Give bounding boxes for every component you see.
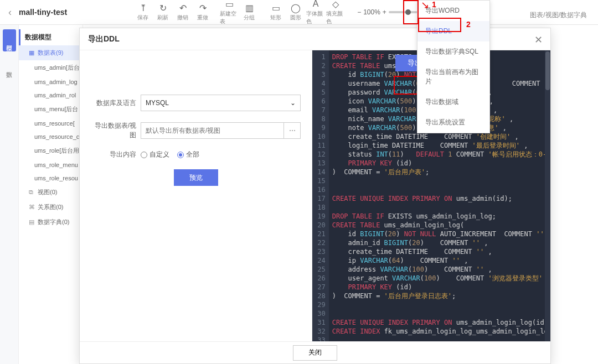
toolbar-圆形[interactable]: ◯圆形	[286, 3, 305, 22]
export-form: 数据库及语言 MYSQL ⌄ 导出数据表/视图 ⋯ 导出内容 自定义	[80, 50, 312, 341]
modal-close-icon[interactable]: ✕	[534, 34, 543, 46]
tree-label: 数据表(9)	[38, 49, 63, 57]
toolbar-icon: ◯	[291, 3, 301, 13]
toolbar-icon: ↻	[159, 3, 167, 13]
code-scrollbar[interactable]	[545, 50, 550, 341]
tree-label: ums_role_resou	[34, 175, 78, 181]
tree-label: ums_resource_c	[34, 133, 79, 140]
toolbar-label: 矩形	[270, 14, 281, 22]
tree-label: 视图(0)	[38, 188, 57, 196]
toolbar-重做[interactable]: ↷重做	[193, 3, 212, 22]
code-gutter: 1 2 3 4 5 6 7 8 9 10 11 12 13 14 15 16 1…	[312, 50, 329, 341]
annot-num-1: 1	[432, 0, 436, 9]
export-menu-导出数据字典SQL[interactable]: 导出数据字典SQL	[417, 41, 489, 62]
radio-all[interactable]: 全部	[177, 150, 199, 159]
tree-label: ums_admin_log	[34, 79, 78, 85]
toolbar-撤销[interactable]: ↶撤销	[173, 3, 192, 22]
rail-模型[interactable]: 模型	[3, 29, 16, 51]
tables-input[interactable]	[141, 122, 284, 139]
db-select-value: MYSQL	[146, 99, 169, 107]
export-menu-导出当前画布为图片[interactable]: 导出当前画布为图片	[417, 62, 489, 92]
tree-label: ums_resource[	[34, 120, 75, 127]
db-select[interactable]: MYSQL ⌄	[141, 95, 301, 111]
toolbar-label: 填充颜色	[326, 10, 345, 25]
toolbar-保存[interactable]: ⤒保存	[133, 3, 152, 22]
sidebar-ums_resource[[interactable]: ums_resource[	[19, 117, 83, 130]
toolbar-label: 圆形	[290, 14, 301, 22]
file-name: mall-tiny-test	[19, 8, 67, 17]
sidebar-ums_menu[后台[interactable]: ums_menu[后台	[19, 102, 83, 117]
toolbar-label: 新建空表	[220, 10, 239, 25]
sidebar-ums_role[后台用[interactable]: ums_role[后台用	[19, 143, 83, 158]
tree-icon: ▤	[29, 219, 35, 226]
tree-label: ums_role_menu	[34, 162, 78, 168]
toolbar-新建空表[interactable]: ▭新建空表	[220, 0, 239, 25]
toolbar-刷新[interactable]: ↻刷新	[153, 3, 172, 22]
tree-label: ums_role[后台用	[34, 147, 79, 155]
toolbar-icon: ▭	[272, 3, 280, 13]
left-rail: 模型数据	[0, 25, 19, 364]
toolbar-字体颜色[interactable]: A字体颜色	[306, 0, 325, 25]
chevron-down-icon: ⌄	[290, 99, 296, 107]
toolbar-矩形[interactable]: ▭矩形	[266, 3, 285, 22]
top-toolbar: ‹ mall-tiny-test ⤒保存↻刷新↶撤销↷重做▭新建空表▥分组▭矩形…	[0, 0, 598, 25]
toolbar-icon: ⤒	[140, 3, 147, 13]
tree-label: ums_admin[后台	[34, 64, 80, 72]
sidebar-ums_role_resou[interactable]: ums_role_resou	[19, 171, 83, 185]
export-menu-导出数据域[interactable]: 导出数据域	[417, 92, 489, 112]
rail-数据[interactable]: 数据	[3, 56, 16, 78]
toolbar-icon: A	[313, 0, 319, 9]
zoom-minus[interactable]: −	[357, 8, 361, 16]
toolbar-label: 刷新	[157, 14, 168, 22]
annot-arrow-1: ↘	[421, 0, 429, 11]
db-label: 数据库及语言	[91, 98, 141, 108]
tree-icon: ⧉	[29, 189, 35, 196]
toolbar-label: 撤销	[177, 14, 188, 22]
zoom-plus[interactable]: +	[383, 8, 386, 16]
sidebar-ums_admin[后台[interactable]: ums_admin[后台	[19, 60, 83, 75]
toolbar-icon: ▭	[225, 0, 234, 9]
toolbar-label: 分组	[244, 14, 255, 22]
tables-label: 导出数据表/视图	[91, 121, 141, 140]
export-dropdown-menu: 导出WORD导出DDL导出数据字典SQL导出当前画布为图片导出数据域导出系统设置	[417, 0, 490, 133]
back-chevron-icon[interactable]: ‹	[6, 7, 14, 18]
sidebar-header: 数据模型	[19, 29, 83, 45]
radio-custom[interactable]: 自定义	[141, 150, 169, 159]
sidebar-ums_admin_log[interactable]: ums_admin_log	[19, 75, 83, 89]
tree-label: 关系图(0)	[38, 203, 63, 211]
sidebar-ums_role_menu[interactable]: ums_role_menu	[19, 158, 83, 171]
toolbar-填充颜色[interactable]: ◇填充颜色	[326, 0, 345, 25]
sidebar-数据表(9)[interactable]: ▦数据表(9)	[19, 45, 83, 60]
model-sidebar: 数据模型 ▦数据表(9)ums_admin[后台ums_admin_logums…	[19, 25, 83, 364]
toolbar-icon: ◇	[332, 0, 339, 9]
sidebar-ums_admin_rol[interactable]: ums_admin_rol	[19, 89, 83, 102]
tree-label: ums_admin_rol	[34, 92, 76, 98]
tables-more-button[interactable]: ⋯	[284, 122, 301, 139]
tree-icon: ⌘	[29, 204, 35, 211]
sidebar-数据字典(0)[interactable]: ▤数据字典(0)	[19, 215, 83, 230]
toolbar-分组[interactable]: ▥分组	[240, 3, 259, 22]
sidebar-关系图(0)[interactable]: ⌘关系图(0)	[19, 200, 83, 215]
code-scroll-thumb[interactable]	[545, 51, 550, 90]
toolbar-label: 保存	[137, 14, 148, 22]
toolbar-label: 重做	[197, 14, 208, 22]
tree-label: ums_menu[后台	[34, 105, 78, 113]
toolbar-icon: ▥	[245, 3, 254, 13]
sidebar-ums_resource_c[interactable]: ums_resource_c	[19, 130, 83, 143]
preview-button[interactable]: 预览	[174, 169, 218, 186]
sidebar-视图(0)[interactable]: ⧉视图(0)	[19, 185, 83, 200]
zoom-value: 100%	[363, 8, 380, 16]
content-label: 导出内容	[91, 150, 141, 159]
toolbar-label: 字体颜色	[306, 10, 325, 25]
tree-icon: ▦	[29, 49, 35, 56]
topright-hint: 图表/视图/数据字典	[530, 11, 587, 20]
tree-label: 数据字典(0)	[38, 218, 69, 226]
export-menu-导出系统设置[interactable]: 导出系统设置	[417, 112, 489, 133]
close-button[interactable]: 关闭	[293, 345, 337, 361]
annot-num-2: 2	[466, 20, 471, 29]
export-menu-导出DDL[interactable]: 导出DDL	[417, 21, 489, 41]
toolbar-icon: ↶	[179, 3, 187, 13]
toolbar-icon: ↷	[199, 3, 207, 13]
